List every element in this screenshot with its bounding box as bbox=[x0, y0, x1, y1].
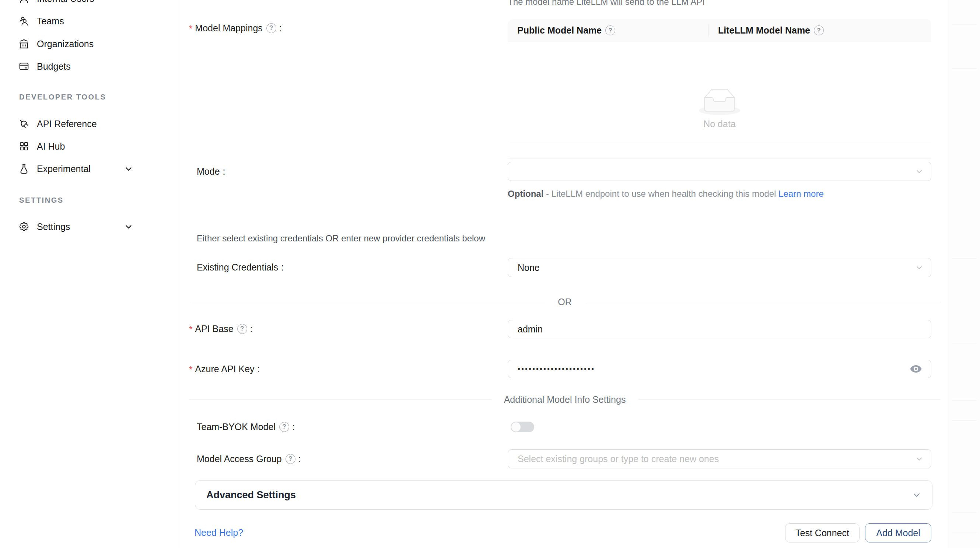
chevron-down-icon bbox=[124, 222, 134, 231]
empty-inbox-icon bbox=[699, 89, 740, 116]
flask-icon bbox=[18, 163, 29, 174]
column-header-public-model-name: Public Model Name ? bbox=[508, 19, 708, 41]
bank-icon bbox=[18, 38, 29, 49]
sidebar-item-experimental[interactable]: Experimental bbox=[0, 158, 178, 180]
sidebar-item-internal-users[interactable]: Internal Users bbox=[0, 0, 178, 10]
sidebar-item-label: AI Hub bbox=[37, 141, 65, 152]
azure-api-key-input[interactable]: ••••••••••••••••••••• bbox=[508, 360, 931, 378]
sidebar-item-settings[interactable]: Settings bbox=[0, 216, 178, 238]
additional-settings-divider: Additional Model Info Settings bbox=[189, 394, 940, 405]
or-divider: OR bbox=[189, 297, 940, 307]
sidebar-item-teams[interactable]: Teams bbox=[0, 10, 178, 32]
sidebar-item-ai-hub[interactable]: AI Hub bbox=[0, 135, 178, 158]
background-page-strip bbox=[948, 0, 980, 548]
help-question-icon[interactable]: ? bbox=[286, 454, 296, 464]
chevron-down-icon bbox=[915, 263, 924, 272]
toggle-knob bbox=[511, 422, 520, 432]
model-mappings-label: * Model Mappings ? : bbox=[189, 21, 282, 35]
help-question-icon[interactable]: ? bbox=[237, 324, 247, 334]
sidebar-item-label: Experimental bbox=[37, 164, 91, 174]
need-help-link[interactable]: Need Help? bbox=[194, 527, 243, 538]
chevron-down-icon bbox=[912, 490, 922, 500]
test-connect-button[interactable]: Test Connect bbox=[785, 523, 859, 542]
sidebar-item-budgets[interactable]: Budgets bbox=[0, 55, 178, 77]
chevron-down-icon bbox=[915, 167, 924, 176]
table-footer-stub bbox=[508, 142, 931, 158]
sidebar-item-label: Budgets bbox=[37, 61, 71, 72]
column-separator bbox=[708, 24, 709, 37]
help-question-icon[interactable]: ? bbox=[605, 25, 615, 35]
mode-select[interactable] bbox=[508, 162, 931, 181]
azure-api-key-label: * Azure API Key : bbox=[189, 362, 260, 376]
sidebar-item-label: Internal Users bbox=[37, 0, 94, 4]
column-header-litellm-model-name: LiteLLM Model Name ? bbox=[708, 19, 931, 41]
eye-icon[interactable] bbox=[910, 365, 922, 373]
credit-card-icon bbox=[18, 61, 29, 72]
sidebar-item-label: Organizations bbox=[37, 39, 94, 49]
table-header-row: Public Model Name ? LiteLLM Model Name ? bbox=[508, 19, 931, 42]
chevron-down-icon bbox=[124, 164, 134, 174]
required-marker: * bbox=[189, 24, 192, 34]
required-marker: * bbox=[189, 365, 192, 375]
help-question-icon[interactable]: ? bbox=[279, 422, 289, 432]
mode-label: Mode : bbox=[197, 165, 226, 178]
or-divider-text: OR bbox=[545, 297, 584, 307]
learn-more-link[interactable]: Learn more bbox=[778, 189, 824, 199]
masked-password-value: ••••••••••••••••••••• bbox=[518, 365, 595, 373]
sidebar-item-label: API Reference bbox=[37, 119, 97, 129]
help-question-icon[interactable]: ? bbox=[814, 25, 824, 35]
user-icon bbox=[18, 0, 29, 4]
api-base-input[interactable]: admin bbox=[508, 320, 931, 338]
mode-hint: Optional - LiteLLM endpoint to use when … bbox=[508, 186, 844, 201]
model-name-hint: The model name LiteLLM will send to the … bbox=[508, 0, 705, 7]
existing-credentials-select[interactable]: None bbox=[508, 258, 931, 277]
gear-icon bbox=[18, 221, 29, 232]
grid-icon bbox=[18, 141, 29, 152]
existing-credentials-label: Existing Credentials : bbox=[197, 261, 284, 274]
select-placeholder: Select existing groups or type to create… bbox=[518, 454, 719, 464]
credentials-note: Either select existing credentials OR en… bbox=[197, 233, 485, 244]
sidebar-item-label: Settings bbox=[37, 221, 70, 232]
plug-icon bbox=[18, 118, 29, 129]
chevron-down-icon bbox=[915, 454, 924, 463]
additional-settings-divider-text: Additional Model Info Settings bbox=[492, 394, 638, 405]
add-model-button[interactable]: Add Model bbox=[865, 523, 931, 542]
no-data-text: No data bbox=[703, 119, 736, 129]
model-mappings-table: Public Model Name ? LiteLLM Model Name ?… bbox=[508, 19, 931, 158]
advanced-settings-title: Advanced Settings bbox=[206, 489, 296, 501]
model-access-group-select[interactable]: Select existing groups or type to create… bbox=[508, 449, 931, 468]
sidebar-section-developer-tools: DEVELOPER TOOLS bbox=[19, 92, 106, 102]
advanced-settings-panel[interactable]: Advanced Settings bbox=[195, 480, 932, 510]
api-base-label: * API Base ? : bbox=[189, 322, 253, 335]
model-access-group-label: Model Access Group ? : bbox=[197, 452, 301, 465]
sidebar-item-label: Teams bbox=[37, 16, 64, 27]
team-byok-toggle[interactable] bbox=[511, 422, 534, 432]
sidebar: Internal Users Teams Organizations Budge… bbox=[0, 0, 178, 548]
team-byok-label: Team-BYOK Model ? : bbox=[197, 420, 295, 433]
users-icon bbox=[18, 16, 29, 27]
empty-state: No data bbox=[508, 89, 931, 129]
sidebar-item-api-reference[interactable]: API Reference bbox=[0, 113, 178, 135]
table-empty-body: No data bbox=[508, 42, 931, 142]
help-question-icon[interactable]: ? bbox=[266, 23, 276, 33]
sidebar-item-organizations[interactable]: Organizations bbox=[0, 33, 178, 55]
sidebar-section-settings: SETTINGS bbox=[19, 195, 64, 205]
required-marker: * bbox=[189, 324, 192, 335]
